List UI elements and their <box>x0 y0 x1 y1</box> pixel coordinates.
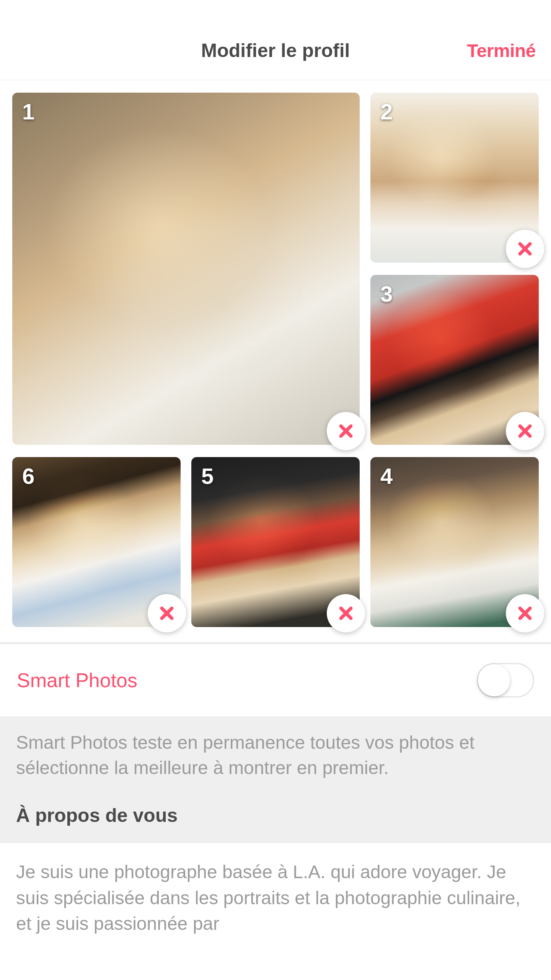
photo-order-badge: 4 <box>380 463 393 489</box>
done-button[interactable]: Terminé <box>467 40 536 61</box>
remove-photo-button[interactable] <box>327 594 365 632</box>
remove-photo-button[interactable] <box>506 412 544 450</box>
smart-photos-toggle[interactable] <box>477 663 534 697</box>
photo-order-badge: 2 <box>380 99 393 124</box>
photo-grid: 1 2 3 6 5 4 <box>0 80 551 642</box>
close-icon <box>517 241 533 257</box>
close-icon <box>338 605 354 621</box>
toggle-knob <box>478 664 510 696</box>
close-icon <box>159 605 175 621</box>
photo-slot-2[interactable]: 2 <box>370 93 539 263</box>
remove-photo-button[interactable] <box>327 412 365 450</box>
header-bar: Modifier le profil Terminé <box>0 0 551 80</box>
photo-slot-5[interactable]: 5 <box>191 457 360 627</box>
close-icon <box>517 605 533 621</box>
photo-order-badge: 1 <box>22 99 34 124</box>
page-title: Modifier le profil <box>201 39 350 62</box>
bio-section[interactable]: Je suis une photographe basée à L.A. qui… <box>0 843 551 936</box>
photo-slot-6[interactable]: 6 <box>12 457 181 627</box>
about-heading: À propos de vous <box>0 800 551 843</box>
smart-photos-row: Smart Photos <box>0 644 551 717</box>
photo-slot-1[interactable]: 1 <box>12 93 360 445</box>
remove-photo-button[interactable] <box>148 594 186 632</box>
photo-slot-3[interactable]: 3 <box>370 275 539 445</box>
close-icon <box>338 423 354 439</box>
photo-order-badge: 5 <box>201 463 214 489</box>
profile-photo <box>12 93 360 445</box>
description-text: Smart Photos teste en permanence toutes … <box>16 730 535 781</box>
smart-photos-description: Smart Photos teste en permanence toutes … <box>0 717 551 800</box>
remove-photo-button[interactable] <box>506 230 544 268</box>
smart-photos-label: Smart Photos <box>17 669 137 692</box>
photo-order-badge: 6 <box>22 463 34 489</box>
photo-order-badge: 3 <box>380 281 393 307</box>
photo-slot-4[interactable]: 4 <box>370 457 539 627</box>
close-icon <box>517 423 533 439</box>
bio-text: Je suis une photographe basée à L.A. qui… <box>16 859 535 936</box>
remove-photo-button[interactable] <box>506 594 544 632</box>
